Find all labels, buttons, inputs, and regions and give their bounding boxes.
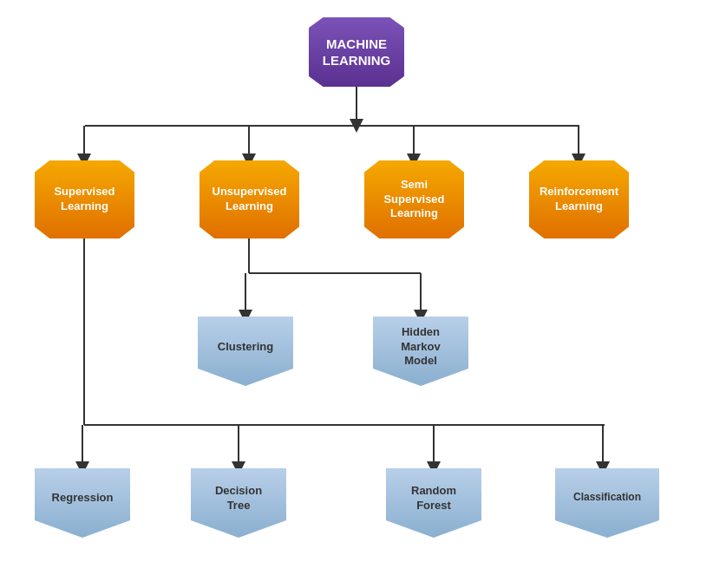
diagram: MACHINE LEARNING Supervised Learning Uns…: [0, 0, 713, 588]
semi-supervised-node: Semi Supervised Learning: [364, 160, 464, 238]
decision-tree-label: Decision Tree: [215, 484, 262, 522]
hidden-markov-node: Hidden Markov Model: [373, 317, 468, 386]
root-node: MACHINE LEARNING: [309, 17, 404, 87]
decision-tree-node: Decision Tree: [191, 468, 286, 538]
supervised-label: Supervised Learning: [54, 185, 114, 214]
random-forest-node: Random Forest: [386, 468, 481, 538]
reinforcement-learning-node: Reinforcement Learning: [529, 160, 629, 238]
classification-node: Classification: [555, 468, 659, 538]
random-forest-label: Random Forest: [411, 484, 456, 522]
clustering-label: Clustering: [218, 340, 273, 363]
root-label: MACHINE LEARNING: [323, 36, 390, 69]
unsupervised-label: Unsupervised Learning: [213, 185, 287, 214]
unsupervised-learning-node: Unsupervised Learning: [200, 160, 299, 238]
clustering-node: Clustering: [198, 317, 293, 386]
classification-label: Classification: [573, 491, 641, 515]
regression-node: Regression: [35, 468, 130, 538]
hidden-markov-label: Hidden Markov Model: [401, 325, 441, 378]
supervised-learning-node: Supervised Learning: [35, 160, 134, 238]
reinforcement-label: Reinforcement Learning: [540, 185, 618, 214]
semi-supervised-label: Semi Supervised Learning: [383, 178, 444, 222]
regression-label: Regression: [52, 491, 114, 516]
